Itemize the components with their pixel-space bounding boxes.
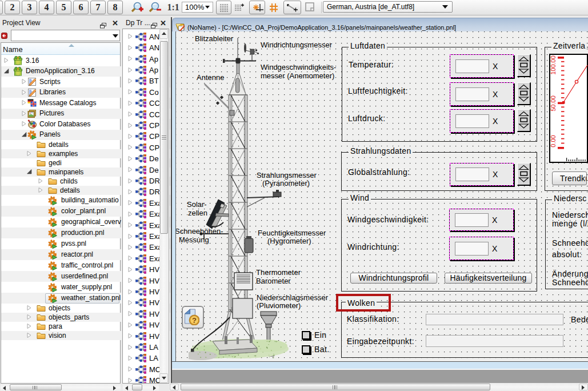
svg-text:50.00: 50.00 [550, 95, 557, 111]
svg-text:100.00: 100.00 [550, 55, 557, 75]
svg-text:0.00: 0.00 [550, 135, 557, 147]
